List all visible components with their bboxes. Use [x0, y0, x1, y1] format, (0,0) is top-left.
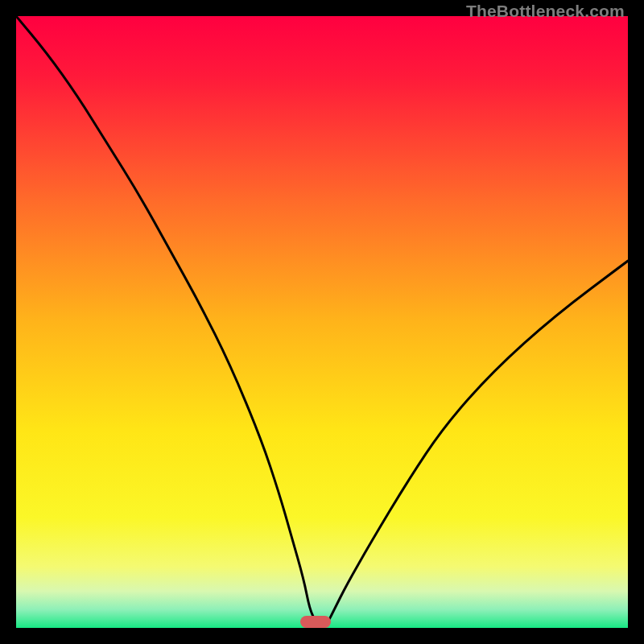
watermark-text: TheBottleneck.com	[466, 2, 625, 21]
chart-frame: TheBottleneck.com	[0, 0, 644, 644]
plot-area	[16, 16, 628, 628]
optimal-marker	[300, 616, 331, 628]
background-gradient	[16, 16, 628, 628]
svg-rect-0	[16, 16, 628, 628]
